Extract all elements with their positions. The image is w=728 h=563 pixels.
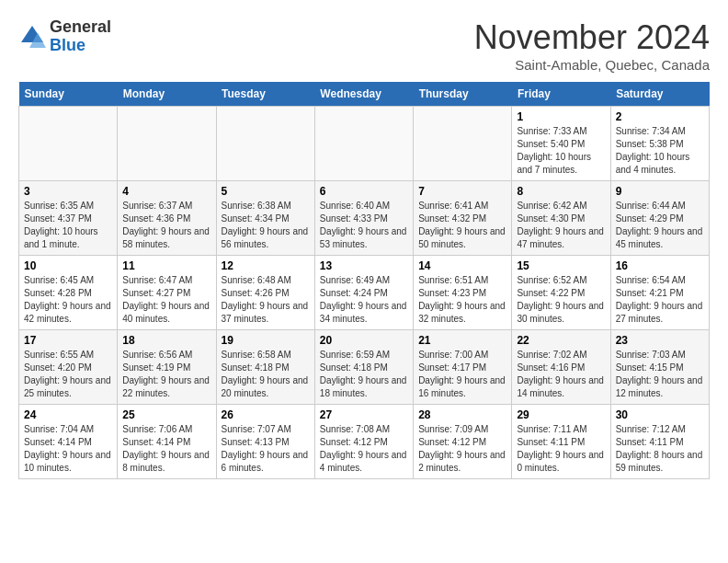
calendar-cell: 2Sunrise: 7:34 AM Sunset: 5:38 PM Daylig… <box>610 107 709 181</box>
day-number: 30 <box>616 408 704 421</box>
subtitle: Saint-Amable, Quebec, Canada <box>474 57 710 73</box>
day-info: Sunrise: 6:48 AM Sunset: 4:26 PM Dayligh… <box>222 274 310 326</box>
day-info: Sunrise: 6:47 AM Sunset: 4:27 PM Dayligh… <box>122 274 210 326</box>
day-info: Sunrise: 7:09 AM Sunset: 4:12 PM Dayligh… <box>418 423 506 475</box>
day-info: Sunrise: 7:34 AM Sunset: 5:38 PM Dayligh… <box>616 125 704 177</box>
day-info: Sunrise: 6:52 AM Sunset: 4:22 PM Dayligh… <box>517 274 605 326</box>
day-number: 10 <box>24 259 112 272</box>
day-info: Sunrise: 6:42 AM Sunset: 4:30 PM Dayligh… <box>517 200 605 251</box>
day-number: 8 <box>517 185 605 198</box>
day-info: Sunrise: 6:49 AM Sunset: 4:24 PM Dayligh… <box>320 274 408 326</box>
day-number: 18 <box>122 334 210 347</box>
day-info: Sunrise: 6:58 AM Sunset: 4:18 PM Dayligh… <box>222 349 310 400</box>
day-info: Sunrise: 7:07 AM Sunset: 4:13 PM Dayligh… <box>222 423 310 475</box>
calendar-cell: 26Sunrise: 7:07 AM Sunset: 4:13 PM Dayli… <box>216 405 314 479</box>
calendar-table: SundayMondayTuesdayWednesdayThursdayFrid… <box>18 82 710 479</box>
calendar-cell: 4Sunrise: 6:37 AM Sunset: 4:36 PM Daylig… <box>118 181 216 256</box>
day-number: 9 <box>616 185 704 198</box>
day-number: 28 <box>418 408 506 421</box>
day-info: Sunrise: 6:45 AM Sunset: 4:28 PM Dayligh… <box>24 274 112 326</box>
logo: General Blue <box>18 18 111 55</box>
calendar-cell: 1Sunrise: 7:33 AM Sunset: 5:40 PM Daylig… <box>512 107 610 181</box>
day-info: Sunrise: 7:08 AM Sunset: 4:12 PM Dayligh… <box>320 423 408 475</box>
day-info: Sunrise: 6:59 AM Sunset: 4:18 PM Dayligh… <box>320 349 408 400</box>
day-number: 25 <box>122 408 210 421</box>
day-number: 1 <box>517 110 605 123</box>
calendar-cell: 27Sunrise: 7:08 AM Sunset: 4:12 PM Dayli… <box>314 405 413 479</box>
page-header: General Blue November 2024 Saint-Amable,… <box>18 18 710 73</box>
day-number: 19 <box>222 334 310 347</box>
day-number: 27 <box>320 408 408 421</box>
weekday-header: Tuesday <box>216 82 314 107</box>
calendar-week-row: 1Sunrise: 7:33 AM Sunset: 5:40 PM Daylig… <box>19 107 710 181</box>
weekday-header: Saturday <box>610 82 709 107</box>
calendar-cell: 28Sunrise: 7:09 AM Sunset: 4:12 PM Dayli… <box>414 405 512 479</box>
month-title: November 2024 <box>474 18 710 57</box>
calendar-cell: 5Sunrise: 6:38 AM Sunset: 4:34 PM Daylig… <box>216 181 314 256</box>
day-number: 4 <box>122 185 210 198</box>
calendar-cell: 30Sunrise: 7:12 AM Sunset: 4:11 PM Dayli… <box>610 405 709 479</box>
day-number: 23 <box>616 334 704 347</box>
day-info: Sunrise: 6:54 AM Sunset: 4:21 PM Dayligh… <box>616 274 704 326</box>
calendar-week-row: 17Sunrise: 6:55 AM Sunset: 4:20 PM Dayli… <box>19 330 710 405</box>
calendar-cell: 17Sunrise: 6:55 AM Sunset: 4:20 PM Dayli… <box>19 330 118 405</box>
day-number: 29 <box>517 408 605 421</box>
calendar-cell: 3Sunrise: 6:35 AM Sunset: 4:37 PM Daylig… <box>19 181 118 256</box>
calendar-cell: 29Sunrise: 7:11 AM Sunset: 4:11 PM Dayli… <box>512 405 610 479</box>
day-info: Sunrise: 6:37 AM Sunset: 4:36 PM Dayligh… <box>122 200 210 251</box>
day-info: Sunrise: 7:02 AM Sunset: 4:16 PM Dayligh… <box>517 349 605 400</box>
day-number: 5 <box>222 185 310 198</box>
weekday-header-row: SundayMondayTuesdayWednesdayThursdayFrid… <box>19 82 710 107</box>
calendar-cell: 7Sunrise: 6:41 AM Sunset: 4:32 PM Daylig… <box>414 181 512 256</box>
weekday-header: Wednesday <box>314 82 413 107</box>
calendar-week-row: 10Sunrise: 6:45 AM Sunset: 4:28 PM Dayli… <box>19 256 710 330</box>
day-number: 15 <box>517 259 605 272</box>
calendar-cell: 9Sunrise: 6:44 AM Sunset: 4:29 PM Daylig… <box>610 181 709 256</box>
calendar-cell: 15Sunrise: 6:52 AM Sunset: 4:22 PM Dayli… <box>512 256 610 330</box>
calendar-cell: 25Sunrise: 7:06 AM Sunset: 4:14 PM Dayli… <box>118 405 216 479</box>
day-info: Sunrise: 6:35 AM Sunset: 4:37 PM Dayligh… <box>24 200 112 251</box>
calendar-cell: 21Sunrise: 7:00 AM Sunset: 4:17 PM Dayli… <box>414 330 512 405</box>
day-number: 2 <box>616 110 704 123</box>
day-number: 14 <box>418 259 506 272</box>
day-info: Sunrise: 7:04 AM Sunset: 4:14 PM Dayligh… <box>24 423 112 475</box>
calendar-cell: 18Sunrise: 6:56 AM Sunset: 4:19 PM Dayli… <box>118 330 216 405</box>
weekday-header: Thursday <box>414 82 512 107</box>
calendar-cell <box>216 107 314 181</box>
calendar-week-row: 3Sunrise: 6:35 AM Sunset: 4:37 PM Daylig… <box>19 181 710 256</box>
day-number: 7 <box>418 185 506 198</box>
calendar-cell: 14Sunrise: 6:51 AM Sunset: 4:23 PM Dayli… <box>414 256 512 330</box>
calendar-cell: 6Sunrise: 6:40 AM Sunset: 4:33 PM Daylig… <box>314 181 413 256</box>
weekday-header: Sunday <box>19 82 118 107</box>
day-info: Sunrise: 7:00 AM Sunset: 4:17 PM Dayligh… <box>418 349 506 400</box>
calendar-cell: 11Sunrise: 6:47 AM Sunset: 4:27 PM Dayli… <box>118 256 216 330</box>
calendar-cell: 8Sunrise: 6:42 AM Sunset: 4:30 PM Daylig… <box>512 181 610 256</box>
day-number: 11 <box>122 259 210 272</box>
title-area: November 2024 Saint-Amable, Quebec, Cana… <box>474 18 710 73</box>
day-info: Sunrise: 6:55 AM Sunset: 4:20 PM Dayligh… <box>24 349 112 400</box>
day-number: 6 <box>320 185 408 198</box>
calendar-cell <box>414 107 512 181</box>
day-number: 13 <box>320 259 408 272</box>
day-info: Sunrise: 6:56 AM Sunset: 4:19 PM Dayligh… <box>122 349 210 400</box>
calendar-cell: 16Sunrise: 6:54 AM Sunset: 4:21 PM Dayli… <box>610 256 709 330</box>
day-info: Sunrise: 6:38 AM Sunset: 4:34 PM Dayligh… <box>222 200 310 251</box>
day-info: Sunrise: 7:11 AM Sunset: 4:11 PM Dayligh… <box>517 423 605 475</box>
calendar-cell: 20Sunrise: 6:59 AM Sunset: 4:18 PM Dayli… <box>314 330 413 405</box>
day-number: 12 <box>222 259 310 272</box>
day-number: 22 <box>517 334 605 347</box>
calendar-cell: 22Sunrise: 7:02 AM Sunset: 4:16 PM Dayli… <box>512 330 610 405</box>
calendar-cell: 24Sunrise: 7:04 AM Sunset: 4:14 PM Dayli… <box>19 405 118 479</box>
calendar-week-row: 24Sunrise: 7:04 AM Sunset: 4:14 PM Dayli… <box>19 405 710 479</box>
day-info: Sunrise: 7:03 AM Sunset: 4:15 PM Dayligh… <box>616 349 704 400</box>
day-info: Sunrise: 6:44 AM Sunset: 4:29 PM Dayligh… <box>616 200 704 251</box>
day-number: 24 <box>24 408 112 421</box>
day-info: Sunrise: 6:51 AM Sunset: 4:23 PM Dayligh… <box>418 274 506 326</box>
logo-icon <box>18 23 46 51</box>
day-number: 20 <box>320 334 408 347</box>
calendar-cell: 23Sunrise: 7:03 AM Sunset: 4:15 PM Dayli… <box>610 330 709 405</box>
calendar-cell: 12Sunrise: 6:48 AM Sunset: 4:26 PM Dayli… <box>216 256 314 330</box>
day-info: Sunrise: 7:33 AM Sunset: 5:40 PM Dayligh… <box>517 125 605 177</box>
day-info: Sunrise: 6:40 AM Sunset: 4:33 PM Dayligh… <box>320 200 408 251</box>
calendar-cell: 10Sunrise: 6:45 AM Sunset: 4:28 PM Dayli… <box>19 256 118 330</box>
